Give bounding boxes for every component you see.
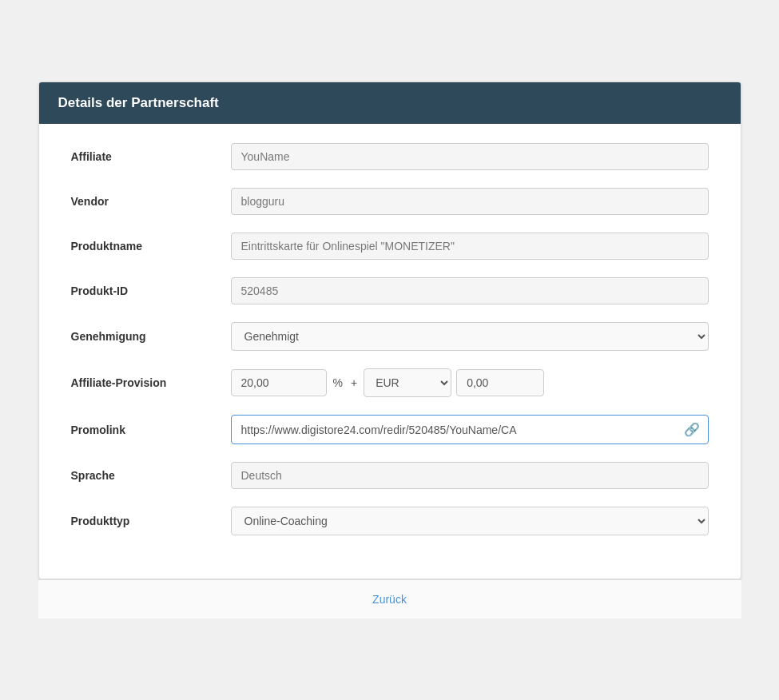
promolink-wrapper: 🔗 — [231, 415, 709, 444]
genehmigung-select[interactable]: Genehmigt Ausstehend Abgelehnt — [231, 322, 709, 351]
genehmigung-label: Genehmigung — [71, 330, 231, 343]
produktname-input[interactable] — [231, 233, 709, 260]
card-header: Details der Partnerschaft — [39, 82, 741, 124]
promolink-input[interactable] — [232, 417, 676, 443]
partnership-details-card: Details der Partnerschaft Affiliate Vend… — [38, 82, 741, 579]
produktid-input[interactable] — [231, 277, 709, 304]
genehmigung-field: Genehmigt Ausstehend Abgelehnt — [231, 322, 709, 351]
affiliate-label: Affiliate — [71, 150, 231, 163]
produktid-field — [231, 277, 709, 304]
card-body: Affiliate Vendor Produktname Produkt-ID — [39, 124, 741, 579]
affiliate-input[interactable] — [231, 143, 709, 170]
vendor-field — [231, 188, 709, 215]
affiliate-row: Affiliate — [71, 143, 709, 170]
affiliate-field — [231, 143, 709, 170]
back-link[interactable]: Zurück — [372, 593, 407, 606]
promolink-open-button[interactable]: 🔗 — [676, 416, 708, 443]
produktname-row: Produktname — [71, 233, 709, 260]
produkttyp-label: Produkttyp — [71, 515, 231, 527]
provision-label: Affiliate-Provision — [71, 376, 231, 389]
provision-controls: % + EUR USD GBP — [231, 368, 709, 397]
vendor-input[interactable] — [231, 188, 709, 215]
plus-symbol: + — [349, 376, 359, 389]
produktid-row: Produkt-ID — [71, 277, 709, 304]
genehmigung-row: Genehmigung Genehmigt Ausstehend Abgeleh… — [71, 322, 709, 351]
promolink-field: 🔗 — [231, 415, 709, 444]
sprache-row: Sprache — [71, 462, 709, 489]
produkttyp-row: Produkttyp Online-Coaching Software Eboo… — [71, 507, 709, 535]
provision-field: % + EUR USD GBP — [231, 368, 709, 397]
provision-extra-input[interactable] — [456, 369, 544, 396]
vendor-label: Vendor — [71, 195, 231, 208]
produkttyp-field: Online-Coaching Software Ebook Seminar — [231, 507, 709, 535]
card-title: Details der Partnerschaft — [58, 95, 721, 111]
produktname-label: Produktname — [71, 240, 231, 253]
provision-percent-input[interactable] — [231, 369, 327, 396]
currency-select[interactable]: EUR USD GBP — [364, 368, 451, 397]
produktname-field — [231, 233, 709, 260]
produktid-label: Produkt-ID — [71, 284, 231, 297]
external-link-icon: 🔗 — [684, 422, 700, 437]
sprache-input[interactable] — [231, 462, 709, 489]
produkttyp-select[interactable]: Online-Coaching Software Ebook Seminar — [231, 507, 709, 535]
vendor-row: Vendor — [71, 188, 709, 215]
page-footer: Zurück — [38, 579, 741, 618]
sprache-field — [231, 462, 709, 489]
percent-symbol: % — [332, 376, 344, 389]
promolink-row: Promolink 🔗 — [71, 415, 709, 444]
sprache-label: Sprache — [71, 469, 231, 482]
promolink-label: Promolink — [71, 424, 231, 436]
provision-row: Affiliate-Provision % + EUR USD GBP — [71, 368, 709, 397]
